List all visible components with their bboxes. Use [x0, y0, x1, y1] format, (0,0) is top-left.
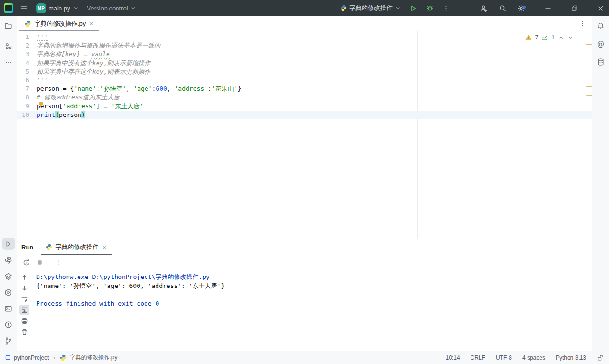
breadcrumb-separator: ›	[53, 354, 55, 361]
active-tab-indicator	[41, 254, 112, 255]
run-tab[interactable]: 字典的修改操作 ×	[41, 239, 112, 255]
soft-wrap-icon	[21, 296, 28, 303]
code-line[interactable]: 7person = {'name':'孙悟空', 'age':600, 'add…	[17, 85, 592, 93]
unlocked-padlock-icon[interactable]	[597, 354, 603, 361]
run-button[interactable]	[409, 4, 417, 12]
tab-close-icon[interactable]: ×	[88, 20, 94, 27]
terminal-tool-button[interactable]	[2, 302, 15, 315]
editor-tab[interactable]: 字典的修改操作.py ×	[19, 16, 99, 31]
minimize-icon	[544, 4, 552, 12]
console-line	[36, 290, 592, 299]
line-separator-widget[interactable]: CRLF	[471, 354, 485, 361]
problems-tool-button[interactable]	[2, 318, 15, 331]
kebab-menu-icon[interactable]	[55, 259, 62, 266]
warning-triangle-icon	[525, 34, 532, 41]
print-button[interactable]	[19, 316, 29, 326]
python-icon	[46, 244, 52, 250]
indent-widget[interactable]: 4 spaces	[522, 354, 545, 361]
line-number[interactable]: 8	[17, 93, 37, 102]
vcs-widget[interactable]: Version control	[87, 5, 136, 12]
prev-occurrence-button[interactable]	[19, 272, 29, 282]
console-output[interactable]: D:\pythonw.exe D:\pythonProject\字典的修改操作.…	[31, 269, 592, 351]
code-text: person = {'name':'孙悟空', 'age':600, 'addr…	[37, 85, 241, 93]
breadcrumb-project[interactable]: pythonProject	[14, 354, 49, 361]
run-configuration-selector[interactable]: 字典的修改操作	[340, 4, 401, 12]
editor-tab-bar: 字典的修改操作.py ×	[17, 16, 592, 31]
code-line[interactable]: 3字典名称[key] = vaule	[17, 50, 592, 58]
line-number[interactable]: 7	[17, 85, 37, 93]
settings-button[interactable]	[517, 4, 525, 12]
code-lines: 1'''2字典的新增操作与修改操作语法基本是一致的3字典名称[key] = va…	[17, 31, 592, 239]
code-editor[interactable]: 1'''2字典的新增操作与修改操作语法基本是一致的3字典名称[key] = va…	[17, 31, 592, 239]
database-button[interactable]	[595, 56, 607, 68]
breadcrumb-file[interactable]: 字典的修改操作.py	[69, 354, 117, 362]
services-tool-button[interactable]	[2, 286, 15, 298]
chevron-up-icon[interactable]	[558, 35, 564, 41]
rerun-icon[interactable]	[22, 259, 30, 267]
next-occurrence-button[interactable]	[19, 283, 29, 293]
chevron-down-icon	[73, 5, 79, 11]
pycharm-logo-icon	[4, 3, 13, 13]
close-button[interactable]	[597, 5, 604, 12]
chevron-down-icon[interactable]	[568, 35, 574, 41]
stop-icon[interactable]	[36, 259, 43, 266]
more-ellipsis-icon	[5, 58, 12, 66]
line-number[interactable]: 2	[17, 41, 37, 50]
line-number[interactable]: 10	[17, 111, 37, 119]
scrollbar-warning-mark[interactable]	[586, 86, 592, 87]
project-widget[interactable]: MP main.py	[36, 3, 79, 13]
line-number[interactable]: 4	[17, 59, 37, 67]
project-tool-button[interactable]	[2, 19, 15, 32]
cursor-position-widget[interactable]: 10:14	[446, 354, 460, 361]
code-line[interactable]: 9person['address'] = '东土大唐'	[17, 102, 592, 111]
right-tool-stripe: @	[592, 16, 609, 351]
python-icon	[340, 5, 347, 11]
debug-button[interactable]	[426, 4, 434, 12]
notifications-button[interactable]	[595, 19, 607, 32]
scroll-to-end-button[interactable]	[19, 305, 29, 315]
run-panel-header: Run 字典的修改操作 ×	[17, 239, 592, 255]
title-bar: MP main.py Version control 字典的修改操作	[0, 0, 609, 16]
main-menu-button[interactable]	[20, 4, 28, 12]
intention-bulb-icon[interactable]	[39, 102, 43, 106]
restore-button[interactable]	[571, 5, 578, 12]
line-number[interactable]: 9	[17, 102, 37, 111]
run-tool-button[interactable]	[2, 238, 15, 250]
search-everywhere-button[interactable]	[499, 4, 507, 12]
run-triangle-icon	[4, 240, 12, 248]
line-number[interactable]: 1	[17, 33, 37, 41]
line-number[interactable]: 3	[17, 50, 37, 58]
code-line[interactable]: 1'''	[17, 33, 592, 41]
line-number[interactable]: 6	[17, 76, 37, 85]
python-console-tool-button[interactable]	[2, 254, 15, 266]
close-icon	[597, 5, 604, 12]
code-line[interactable]: 10print(person)	[17, 111, 592, 119]
services-hexagon-icon	[4, 288, 12, 297]
code-line[interactable]: 4如果字典中没有这个key,则表示新增操作	[17, 59, 592, 67]
scrollbar-warning-mark[interactable]	[586, 44, 592, 45]
version-control-tool-button[interactable]	[2, 335, 15, 347]
code-line[interactable]: 8# 修改address值为东土大唐	[17, 93, 592, 102]
breadcrumb[interactable]: pythonProject › 字典的修改操作.py	[5, 354, 117, 362]
scrollbar-warning-mark[interactable]	[586, 95, 592, 96]
editor-options-button[interactable]	[579, 20, 586, 27]
inspections-widget[interactable]: 7 1	[525, 34, 574, 41]
clear-console-button[interactable]	[19, 326, 29, 337]
line-number[interactable]: 5	[17, 67, 37, 76]
minimize-button[interactable]	[544, 4, 552, 12]
soft-wrap-button[interactable]	[19, 294, 29, 304]
code-line[interactable]: 6'''	[17, 76, 592, 85]
code-line[interactable]: 5如果字典中存在这个key,则表示更新操作	[17, 67, 592, 76]
code-with-me-button[interactable]	[480, 4, 488, 12]
structure-tool-button[interactable]	[2, 40, 15, 52]
tab-close-icon[interactable]: ×	[101, 244, 107, 250]
code-text: '''	[37, 33, 48, 41]
layers-icon	[4, 272, 12, 280]
more-tool-windows-button[interactable]	[2, 56, 15, 68]
services-layers-tool-button[interactable]	[2, 270, 15, 282]
ai-assistant-button[interactable]: @	[595, 38, 607, 50]
more-actions-button[interactable]	[442, 5, 450, 12]
code-line[interactable]: 2字典的新增操作与修改操作语法基本是一致的	[17, 41, 592, 50]
interpreter-widget[interactable]: Python 3.13	[556, 354, 586, 361]
encoding-widget[interactable]: UTF-8	[496, 354, 512, 361]
